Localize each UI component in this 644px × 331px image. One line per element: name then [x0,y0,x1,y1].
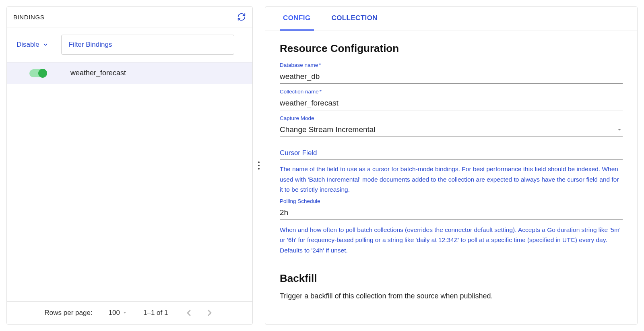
caret-down-icon [616,126,623,133]
disable-label: Disable [17,41,39,49]
field-collection-name: Collection name [280,89,623,110]
chevron-left-icon [184,308,194,318]
tab-collection[interactable]: COLLECTION [328,7,381,31]
field-database-name: Database name [280,62,623,84]
capture-mode-select[interactable]: Change Stream Incremental [280,123,623,137]
cursor-field-label[interactable]: Cursor Field [280,149,623,160]
caret-down-icon [122,310,127,315]
filter-bindings-input[interactable] [62,35,234,54]
bindings-toolbar: Disable [7,27,252,62]
bindings-panel: BINDINGS Disable we [6,6,253,325]
drag-handle-icon [258,161,260,170]
rows-per-page-select[interactable]: 100 [109,309,127,317]
prev-page-button[interactable] [184,308,194,318]
next-page-button[interactable] [205,308,215,318]
toggle-knob [38,69,47,78]
tabs: CONFIG COLLECTION [265,7,637,31]
section-title-resource-config: Resource Configuration [280,42,623,55]
config-panel: CONFIG COLLECTION Resource Configuration… [265,6,638,325]
field-capture-mode: Capture Mode Change Stream Incremental [280,115,623,137]
pagination-range: 1–1 of 1 [143,309,168,317]
polling-schedule-help: When and how often to poll batch collect… [280,225,623,256]
panel-splitter[interactable] [253,6,265,325]
backfill-description: Trigger a backfill of this collection fr… [280,292,623,300]
section-title-backfill: Backfill [280,272,623,285]
chevron-down-icon [43,42,48,48]
tab-config[interactable]: CONFIG [280,7,314,31]
capture-mode-value: Change Stream Incremental [280,125,376,134]
collection-name-label: Collection name [280,89,623,95]
binding-toggle[interactable] [29,69,46,77]
capture-mode-label: Capture Mode [280,115,623,121]
binding-row[interactable]: weather_forecast [7,62,252,84]
polling-schedule-input[interactable] [280,206,623,220]
filter-bindings-wrap[interactable] [61,35,234,55]
field-polling-schedule: Polling Schedule [280,198,623,220]
database-name-label: Database name [280,62,623,68]
collection-name-input[interactable] [280,96,623,110]
rows-per-page-label: Rows per page: [45,309,93,317]
pagination: Rows per page: 100 1–1 of 1 [7,301,252,324]
cursor-field-help: The name of the field to use as a cursor… [280,164,623,195]
field-cursor: Cursor Field [280,149,623,160]
binding-name: weather_forecast [70,69,126,77]
rows-per-page-value: 100 [109,309,120,317]
chevron-right-icon [205,308,215,318]
refresh-icon[interactable] [237,12,246,21]
database-name-input[interactable] [280,70,623,84]
bindings-title: BINDINGS [13,14,44,21]
bindings-header: BINDINGS [7,7,252,27]
disable-button[interactable]: Disable [13,39,52,50]
polling-schedule-label: Polling Schedule [280,198,623,204]
